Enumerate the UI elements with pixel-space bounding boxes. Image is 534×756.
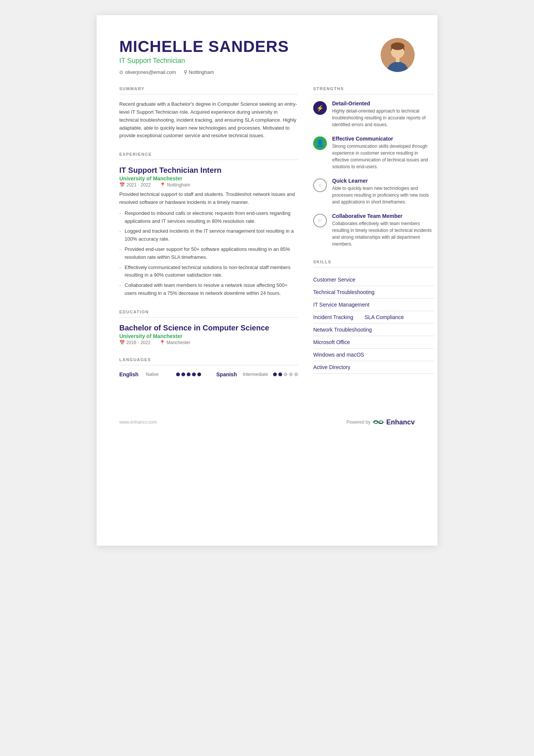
strength-content: Detail-Oriented Highly detail-oriented a…: [332, 100, 434, 128]
dot: [294, 373, 298, 376]
main-content: SUMMARY Recent graduate with a Bachelor'…: [119, 86, 415, 390]
brand-name: Enhancv: [386, 418, 415, 426]
enhancv-logo-icon: [373, 419, 384, 426]
skill-technical-troubleshooting: Technical Troubleshooting: [313, 286, 434, 299]
dot: [181, 373, 185, 376]
strengths-label: STRENGTHS: [313, 86, 434, 91]
strength-icon-flag: ⚐: [313, 214, 327, 227]
dot: [197, 373, 201, 376]
skill-microsoft-office: Microsoft Office: [313, 336, 434, 349]
exp-description: Provided technical support to staff and …: [119, 191, 298, 207]
exp-bullets-list: Responded to inbound calls or electronic…: [119, 210, 298, 297]
top-section: MICHELLE SANDERS IT Support Technician ⊙…: [119, 38, 415, 75]
dot: [289, 373, 293, 376]
exp-location: 📍 Nottingham: [160, 182, 190, 188]
languages-section: LANGUAGES English Native: [119, 357, 298, 377]
skill-windows-macos: Windows and macOS: [313, 349, 434, 361]
page-footer: www.enhancv.com Powered by Enhancv: [119, 412, 415, 426]
pin-icon: 📍: [160, 182, 166, 188]
exp-title: IT Support Technician Intern: [119, 166, 298, 175]
education-label: EDUCATION: [119, 310, 298, 314]
education-divider: [119, 317, 298, 318]
summary-text: Recent graduate with a Bachelor's degree…: [119, 100, 298, 140]
footer-website: www.enhancv.com: [119, 419, 157, 425]
strength-desc: Highly detail-oriented approach to techn…: [332, 108, 434, 128]
strength-title: Effective Communicator: [332, 136, 434, 142]
edu-location: 📍 Manchester: [159, 340, 190, 345]
skill-active-directory: Active Directory: [313, 361, 434, 374]
skills-section: SKILLS Customer Service Technical Troubl…: [313, 260, 434, 374]
education-section: EDUCATION Bachelor of Science in Compute…: [119, 310, 298, 345]
strength-desc: Collaborates effectively with team membe…: [332, 220, 434, 247]
skill-row-incident-sla: Incident Tracking SLA Compliance: [313, 311, 434, 324]
strength-content: Quick Learner Able to quickly learn new …: [332, 178, 434, 205]
dot: [176, 373, 180, 376]
english-name: English: [119, 371, 142, 377]
exp-company: University of Manchester: [119, 175, 298, 182]
powered-by-text: Powered by: [347, 419, 370, 425]
candidate-name: MICHELLE SANDERS: [119, 38, 289, 55]
dot: [192, 373, 196, 376]
strengths-section: STRENGTHS ⚡ Detail-Oriented Highly detai…: [313, 86, 434, 247]
languages-divider: [119, 365, 298, 365]
strength-detail-oriented: ⚡ Detail-Oriented Highly detail-oriented…: [313, 100, 434, 128]
contact-line: ⊙ oliverjones@email.com ⚲ Nottingham: [119, 69, 289, 75]
avatar: [381, 38, 415, 72]
exp-meta: 📅 2021 - 2022 📍 Nottingham: [119, 182, 298, 188]
calendar-icon: 📅: [119, 340, 125, 345]
experience-divider: [119, 160, 298, 160]
resume-page: MICHELLE SANDERS IT Support Technician ⊙…: [97, 15, 437, 546]
edu-dates: 📅 2018 - 2022: [119, 340, 150, 345]
strength-icon-person: 👤: [313, 136, 327, 150]
edu-degree: Bachelor of Science in Computer Science: [119, 324, 298, 332]
email-text: oliverjones@email.com: [125, 69, 176, 75]
strength-title: Collaborative Team Member: [332, 213, 434, 219]
strength-desc: Strong communication skills developed th…: [332, 143, 434, 170]
experience-item: IT Support Technician Intern University …: [119, 166, 298, 297]
edu-meta: 📅 2018 - 2022 📍 Manchester: [119, 340, 298, 345]
strengths-divider: [313, 94, 434, 94]
language-spanish: Spanish Intermediate: [216, 371, 298, 377]
bullet-item: Logged and tracked incidents in the IT s…: [119, 227, 298, 243]
location-icon: ⚲: [184, 69, 187, 75]
svg-rect-3: [396, 58, 400, 62]
dot: [284, 373, 287, 376]
skills-divider: [313, 267, 434, 268]
bullet-item: Responded to inbound calls or electronic…: [119, 210, 298, 225]
strength-team-member: ⚐ Collaborative Team Member Collaborates…: [313, 213, 434, 247]
skill-network-troubleshooting: Network Troubleshooting: [313, 324, 434, 336]
email-icon: ⊙: [119, 69, 123, 75]
strength-content: Collaborative Team Member Collaborates e…: [332, 213, 434, 247]
location-contact: ⚲ Nottingham: [184, 69, 214, 75]
email-contact: ⊙ oliverjones@email.com: [119, 69, 176, 75]
languages-label: LANGUAGES: [119, 357, 298, 362]
language-english: English Native: [119, 371, 201, 377]
location-text: Nottingham: [189, 69, 214, 75]
pin-icon: 📍: [159, 340, 165, 345]
bullet-item: Collaborated with team members to resolv…: [119, 282, 298, 297]
dot: [273, 373, 277, 376]
name-area: MICHELLE SANDERS IT Support Technician ⊙…: [119, 38, 289, 75]
skill-it-service-management: IT Service Management: [313, 299, 434, 311]
strength-communicator: 👤 Effective Communicator Strong communic…: [313, 136, 434, 170]
experience-section: EXPERIENCE IT Support Technician Intern …: [119, 152, 298, 297]
bullet-item: Effectively communicated technical solut…: [119, 264, 298, 280]
strength-learner: ☆ Quick Learner Able to quickly learn ne…: [313, 178, 434, 205]
strength-content: Effective Communicator Strong communicat…: [332, 136, 434, 170]
summary-section: SUMMARY Recent graduate with a Bachelor'…: [119, 86, 298, 140]
edu-school: University of Manchester: [119, 333, 298, 339]
strength-title: Quick Learner: [332, 178, 434, 184]
spanish-name: Spanish: [216, 371, 239, 377]
skill-customer-service: Customer Service: [313, 274, 434, 286]
dot: [187, 373, 190, 376]
bullet-item: Provided end-user support for 50+ softwa…: [119, 246, 298, 261]
summary-divider: [119, 94, 298, 94]
skills-label: SKILLS: [313, 260, 434, 264]
summary-label: SUMMARY: [119, 86, 298, 91]
spanish-level: Intermediate: [243, 372, 269, 377]
exp-dates: 📅 2021 - 2022: [119, 182, 151, 188]
calendar-icon: 📅: [119, 182, 125, 188]
experience-label: EXPERIENCE: [119, 152, 298, 157]
strength-desc: Able to quickly learn new technologies a…: [332, 185, 434, 205]
english-dots: [176, 373, 201, 376]
